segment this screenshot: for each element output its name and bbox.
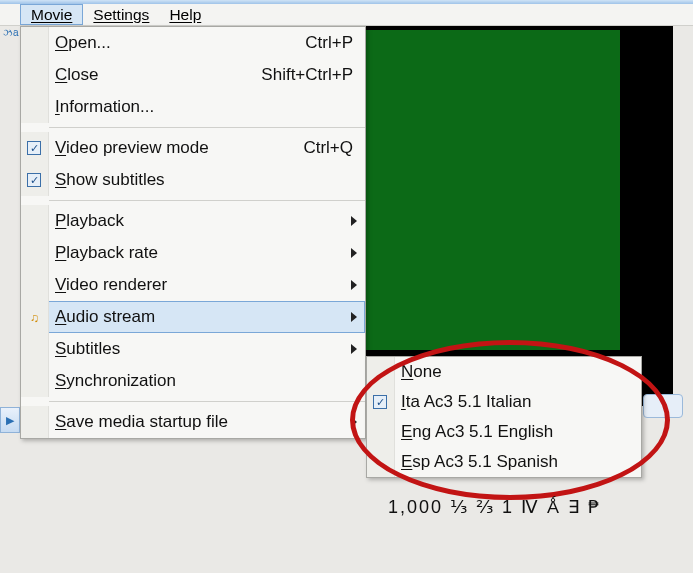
submenu-arrow-icon xyxy=(351,248,357,258)
submenu-arrow-icon xyxy=(351,417,357,427)
menu-label: Audio stream xyxy=(55,307,155,327)
menu-label: Playback xyxy=(55,211,124,231)
menu-item-video-renderer[interactable]: Video renderer xyxy=(21,269,365,301)
audio-stream-submenu: None ✓ Ita Ac3 5.1 Italian Eng Ac3 5.1 E… xyxy=(366,356,642,478)
submenu-arrow-icon xyxy=(351,280,357,290)
check-icon: ✓ xyxy=(373,395,387,409)
menu-item-information[interactable]: Information... xyxy=(21,91,365,123)
menu-separator xyxy=(49,401,365,402)
menu-item-synchronization[interactable]: Synchronization xyxy=(21,365,365,397)
submenu-item-none[interactable]: None xyxy=(367,357,641,387)
menu-label: Show subtitles xyxy=(55,170,165,190)
submenu-arrow-icon xyxy=(351,312,357,322)
menu-item-audio-stream[interactable]: ♫ Audio stream xyxy=(21,301,365,333)
check-icon: ✓ xyxy=(27,141,41,155)
menu-separator xyxy=(49,200,365,201)
check-icon: ✓ xyxy=(27,173,41,187)
menu-label: None xyxy=(401,362,442,382)
menu-shortcut: Ctrl+P xyxy=(305,33,353,53)
menu-label: Video renderer xyxy=(55,275,167,295)
menu-item-save-media-startup-file[interactable]: Save media startup file xyxy=(21,406,365,438)
menu-label: Video preview mode xyxy=(55,138,209,158)
menubar-item-help[interactable]: Help xyxy=(159,4,211,25)
menu-item-show-subtitles[interactable]: ✓ Show subtitles xyxy=(21,164,365,196)
menu-label: Close xyxy=(55,65,98,85)
menubar: Movie Settings Help xyxy=(0,4,693,26)
submenu-item-eng[interactable]: Eng Ac3 5.1 English xyxy=(367,417,641,447)
menu-item-open[interactable]: Open... Ctrl+P xyxy=(21,27,365,59)
music-note-icon: ♫ xyxy=(27,310,42,325)
menu-label: Synchronization xyxy=(55,371,176,391)
app-icon: ઝa xyxy=(3,27,17,41)
menubar-item-movie[interactable]: Movie xyxy=(20,4,83,25)
submenu-arrow-icon xyxy=(351,344,357,354)
menu-shortcut: Ctrl+Q xyxy=(303,138,353,158)
submenu-item-ita[interactable]: ✓ Ita Ac3 5.1 Italian xyxy=(367,387,641,417)
submenu-arrow-icon xyxy=(351,216,357,226)
menu-item-playback-rate[interactable]: Playback rate xyxy=(21,237,365,269)
menubar-item-settings[interactable]: Settings xyxy=(83,4,159,25)
submenu-item-esp[interactable]: Esp Ac3 5.1 Spanish xyxy=(367,447,641,477)
menu-label: Open... xyxy=(55,33,111,53)
menu-gutter xyxy=(21,27,49,59)
footer-text: 1,000 ⅓ ⅔ 1 Ⅳ Ǻ ∃ ₱ xyxy=(388,496,601,518)
menu-label: Subtitles xyxy=(55,339,120,359)
timeline-handle[interactable] xyxy=(643,394,683,418)
menu-item-playback[interactable]: Playback xyxy=(21,205,365,237)
menu-label: Playback rate xyxy=(55,243,158,263)
menu-label: Save media startup file xyxy=(55,412,228,432)
menu-label: Information... xyxy=(55,97,154,117)
app-window: Movie Settings Help ઝa ▶ Open... Ctrl+P … xyxy=(0,0,693,573)
menu-item-video-preview-mode[interactable]: ✓ Video preview mode Ctrl+Q xyxy=(21,132,365,164)
menu-shortcut: Shift+Ctrl+P xyxy=(261,65,353,85)
menu-item-close[interactable]: Close Shift+Ctrl+P xyxy=(21,59,365,91)
menu-label: Ita Ac3 5.1 Italian xyxy=(401,392,531,412)
menu-item-subtitles[interactable]: Subtitles xyxy=(21,333,365,365)
movie-menu: Open... Ctrl+P Close Shift+Ctrl+P Inform… xyxy=(20,26,366,439)
toolbar-play-button[interactable]: ▶ xyxy=(0,407,20,433)
menu-label: Esp Ac3 5.1 Spanish xyxy=(401,452,558,472)
menu-label: Eng Ac3 5.1 English xyxy=(401,422,553,442)
menu-separator xyxy=(49,127,365,128)
